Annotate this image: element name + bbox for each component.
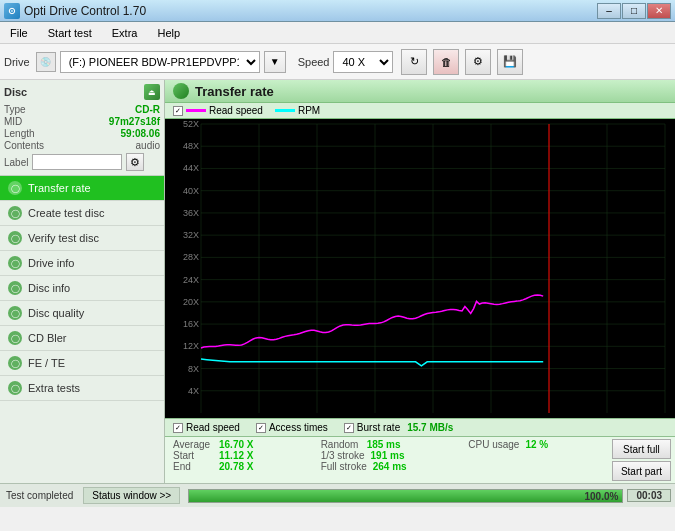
disc-mid-label: MID [4, 116, 22, 127]
legend-rpm-color [275, 109, 295, 112]
nav-item-drive-info[interactable]: ◯ Drive info [0, 251, 164, 276]
refresh-button[interactable]: ↻ [401, 49, 427, 75]
drive-icon: 💿 [36, 52, 56, 72]
label-settings-button[interactable]: ⚙ [126, 153, 144, 171]
disc-eject-button[interactable]: ⏏ [144, 84, 160, 100]
save-button[interactable]: 💾 [497, 49, 523, 75]
stats-random-row: Random 185 ms [321, 439, 453, 450]
read-speed-checkbox-item: ✓ Read speed [173, 422, 240, 433]
access-times-checkbox[interactable]: ✓ [256, 423, 266, 433]
legend-read-speed-color [186, 109, 206, 112]
status-time: 00:03 [627, 489, 671, 502]
app-title: Opti Drive Control 1.70 [24, 4, 146, 18]
stats-checkboxes-row: ✓ Read speed ✓ Access times ✓ Burst rate… [165, 418, 675, 436]
disc-label-input[interactable] [32, 154, 122, 170]
verify-test-disc-icon: ◯ [8, 231, 22, 245]
nav-item-extra-tests[interactable]: ◯ Extra tests [0, 376, 164, 401]
stats-buttons-col: Start full Start part [608, 437, 675, 483]
title-bar-left: ⊙ Opti Drive Control 1.70 [4, 3, 146, 19]
disc-info-icon: ◯ [8, 281, 22, 295]
stats-1-3-stroke-value: 191 ms [371, 450, 405, 461]
chart-canvas-container [165, 119, 675, 418]
burst-rate-value: 15.7 MB/s [407, 422, 453, 433]
stats-full-stroke-value: 264 ms [373, 461, 407, 472]
stats-average-value: 16.70 X [219, 439, 253, 450]
disc-type-label: Type [4, 104, 26, 115]
progress-bar [189, 490, 622, 502]
nav-item-disc-quality[interactable]: ◯ Disc quality [0, 301, 164, 326]
status-window-button[interactable]: Status window >> [83, 487, 180, 504]
stats-right-col: CPU usage 12 % [460, 437, 608, 483]
menu-help[interactable]: Help [151, 25, 186, 41]
nav-item-create-test-disc[interactable]: ◯ Create test disc [0, 201, 164, 226]
stats-cpu-label: CPU usage [468, 439, 519, 450]
chart-header: Transfer rate [165, 80, 675, 103]
menu-start-test[interactable]: Start test [42, 25, 98, 41]
maximize-button[interactable]: □ [622, 3, 646, 19]
legend-read-speed: ✓ Read speed [173, 105, 263, 116]
progress-bar-container: 100.0% [188, 489, 623, 503]
nav-item-transfer-rate[interactable]: ◯ Transfer rate [0, 176, 164, 201]
stats-1-3-stroke-label: 1/3 stroke [321, 450, 365, 461]
stats-data-row: Average 16.70 X Start 11.12 X End 20.78 … [165, 436, 675, 483]
speed-label: Speed [298, 56, 330, 68]
close-button[interactable]: ✕ [647, 3, 671, 19]
stats-cpu-row: CPU usage 12 % [468, 439, 600, 450]
status-message: Test completed [0, 490, 79, 501]
stats-end-label: End [173, 461, 213, 472]
erase-button[interactable]: 🗑 [433, 49, 459, 75]
nav-item-cd-bler[interactable]: ◯ CD Bler [0, 326, 164, 351]
stats-start-row: Start 11.12 X [173, 450, 305, 461]
minimize-button[interactable]: – [597, 3, 621, 19]
read-speed-checkbox-label: Read speed [186, 422, 240, 433]
nav-label-disc-info: Disc info [28, 282, 70, 294]
read-speed-checkbox[interactable]: ✓ [173, 423, 183, 433]
nav-label-cd-bler: CD Bler [28, 332, 67, 344]
toolbar: Drive 💿 (F:) PIONEER BDW-PR1EPDVPP100 1.… [0, 44, 675, 80]
nav-label-fe-te: FE / TE [28, 357, 65, 369]
title-bar: ⊙ Opti Drive Control 1.70 – □ ✕ [0, 0, 675, 22]
stats-average-row: Average 16.70 X [173, 439, 305, 450]
menu-file[interactable]: File [4, 25, 34, 41]
speed-select[interactable]: 40 X [333, 51, 393, 73]
drive-refresh-button[interactable]: ▼ [264, 51, 286, 73]
nav-label-verify-test-disc: Verify test disc [28, 232, 99, 244]
window-controls: – □ ✕ [597, 3, 671, 19]
nav-item-verify-test-disc[interactable]: ◯ Verify test disc [0, 226, 164, 251]
sidebar-nav: ◯ Transfer rate ◯ Create test disc ◯ Ver… [0, 176, 164, 483]
start-part-button[interactable]: Start part [612, 461, 671, 481]
chart-legend: ✓ Read speed RPM [165, 103, 675, 119]
progress-text: 100.0% [585, 490, 619, 501]
access-times-checkbox-item: ✓ Access times [256, 422, 328, 433]
stats-1-3-stroke-row: 1/3 stroke 191 ms [321, 450, 453, 461]
burst-rate-checkbox[interactable]: ✓ [344, 423, 354, 433]
legend-read-speed-label: Read speed [209, 105, 263, 116]
stats-end-value: 20.78 X [219, 461, 253, 472]
stats-left-col: Average 16.70 X Start 11.12 X End 20.78 … [165, 437, 313, 483]
disc-label-label: Label [4, 157, 28, 168]
stats-start-value: 11.12 X [219, 450, 253, 461]
menu-bar: File Start test Extra Help [0, 22, 675, 44]
disc-section-title: Disc [4, 86, 27, 98]
stats-average-label: Average [173, 439, 213, 450]
legend-read-speed-checkbox[interactable]: ✓ [173, 106, 183, 116]
start-full-button[interactable]: Start full [612, 439, 671, 459]
stats-middle-col: Random 185 ms 1/3 stroke 191 ms Full str… [313, 437, 461, 483]
settings-button[interactable]: ⚙ [465, 49, 491, 75]
sidebar: Disc ⏏ Type CD-R MID 97m27s18f Length 59… [0, 80, 165, 483]
menu-extra[interactable]: Extra [106, 25, 144, 41]
stats-random-label: Random [321, 439, 361, 450]
nav-label-create-test-disc: Create test disc [28, 207, 104, 219]
create-test-disc-icon: ◯ [8, 206, 22, 220]
fe-te-icon: ◯ [8, 356, 22, 370]
nav-item-disc-info[interactable]: ◯ Disc info [0, 276, 164, 301]
drive-label: Drive [4, 56, 30, 68]
burst-rate-checkbox-label: Burst rate [357, 422, 400, 433]
drive-select[interactable]: (F:) PIONEER BDW-PR1EPDVPP100 1.00 [60, 51, 260, 73]
stats-start-label: Start [173, 450, 213, 461]
stats-full-stroke-label: Full stroke [321, 461, 367, 472]
stats-end-row: End 20.78 X [173, 461, 305, 472]
extra-tests-icon: ◯ [8, 381, 22, 395]
legend-rpm-label: RPM [298, 105, 320, 116]
nav-item-fe-te[interactable]: ◯ FE / TE [0, 351, 164, 376]
